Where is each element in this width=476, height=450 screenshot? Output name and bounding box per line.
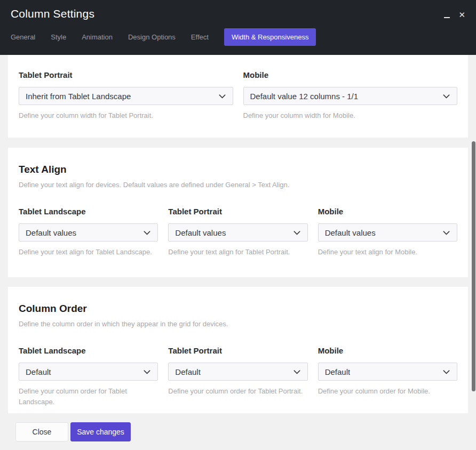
field-help: Define your column order for Tablet Port… [168,386,307,397]
field-help: Define your text align for Tablet Landsc… [19,247,158,258]
field-help: Define your text align for Mobile. [318,247,457,258]
order-mobile-select[interactable]: Default [318,363,457,381]
close-icon[interactable]: ✕ [458,11,465,19]
field-help: Define your column order for Tablet Land… [19,386,158,407]
field-textalign-tablet-portrait: Tablet Portrait Default values Define yo… [168,206,307,258]
chevron-down-icon [218,92,226,100]
textalign-tablet-portrait-select[interactable]: Default values [168,223,307,242]
scrollbar-thumb[interactable] [472,141,475,391]
chevron-down-icon [442,92,450,100]
tab-animation[interactable]: Animation [82,28,113,46]
select-value: Default values [325,228,376,237]
chevron-down-icon [293,229,301,237]
width-tablet-portrait-select[interactable]: Inherit from Tablet Landscape [19,87,233,105]
minimize-icon[interactable] [444,12,450,18]
width-mobile-select[interactable]: Default value 12 columns - 1/1 [243,87,458,105]
tab-general[interactable]: General [11,28,35,46]
field-label: Mobile [243,70,458,81]
chevron-down-icon [293,368,301,376]
fields-row: Tablet Landscape Default values Define y… [19,206,457,258]
field-label: Mobile [318,345,457,356]
field-label: Tablet Portrait [168,345,307,356]
tab-bar: General Style Animation Design Options E… [11,28,465,46]
textalign-tablet-landscape-select[interactable]: Default values [19,223,158,242]
field-label: Mobile [318,206,457,217]
order-tablet-landscape-select[interactable]: Default [19,363,158,381]
field-order-tablet-portrait: Tablet Portrait Default Define your colu… [168,345,307,407]
close-glyph: ✕ [458,11,465,19]
select-value: Default values [26,228,76,237]
field-textalign-mobile: Mobile Default values Define your text a… [318,206,457,258]
select-value: Inherit from Tablet Landscape [26,92,131,101]
section-column-width: Tablet Portrait Inherit from Tablet Land… [8,55,468,138]
chevron-down-icon [442,368,450,376]
select-value: Default [26,367,51,376]
section-title: Column Order [19,303,457,315]
field-label: Tablet Landscape [19,206,158,217]
field-help: Define your column width for Mobile. [243,110,458,121]
field-width-mobile: Mobile Default value 12 columns - 1/1 De… [243,70,458,121]
chevron-down-icon [442,229,450,237]
select-value: Default [175,367,201,376]
field-help: Define your column order for Mobile. [318,386,457,397]
close-button[interactable]: Close [15,422,68,441]
section-description: Define the column order in which they ap… [19,320,457,328]
select-value: Default [325,367,351,376]
fields-row: Tablet Portrait Inherit from Tablet Land… [19,70,457,121]
chevron-down-icon [143,229,151,237]
field-order-tablet-landscape: Tablet Landscape Default Define your col… [19,345,158,407]
section-title: Text Align [19,164,457,175]
section-description: Define your text align for devices. Defa… [19,181,457,189]
modal-footer: Close Save changes [8,413,468,441]
select-value: Default value 12 columns - 1/1 [250,92,359,101]
window-controls: ✕ [444,6,465,19]
tab-style[interactable]: Style [51,28,66,46]
field-order-mobile: Mobile Default Define your column order … [318,345,457,407]
tab-design-options[interactable]: Design Options [128,28,176,46]
tab-width-responsiveness[interactable]: Width & Responsiveness [224,28,316,46]
tab-effect[interactable]: Effect [191,28,209,46]
select-value: Default values [175,228,226,237]
field-width-tablet-portrait: Tablet Portrait Inherit from Tablet Land… [19,70,233,121]
textalign-mobile-select[interactable]: Default values [318,223,457,242]
field-label: Tablet Landscape [19,345,158,356]
order-tablet-portrait-select[interactable]: Default [168,363,307,381]
field-help: Define your text align for Tablet Portra… [168,247,307,258]
header-top: Column Settings ✕ [11,6,465,20]
fields-row: Tablet Landscape Default Define your col… [19,345,457,407]
field-help: Define your column width for Tablet Port… [19,110,233,121]
chevron-down-icon [143,368,151,376]
modal-body: Tablet Portrait Inherit from Tablet Land… [0,55,476,441]
modal-header: Column Settings ✕ General Style Animatio… [0,0,476,55]
section-text-align: Text Align Define your text align for de… [8,148,468,277]
column-settings-modal: Column Settings ✕ General Style Animatio… [0,0,476,450]
field-textalign-tablet-landscape: Tablet Landscape Default values Define y… [19,206,158,258]
field-label: Tablet Portrait [168,206,307,217]
field-label: Tablet Portrait [19,70,233,81]
modal-title: Column Settings [11,6,94,20]
section-column-order: Column Order Define the column order in … [8,287,468,413]
save-changes-button[interactable]: Save changes [70,422,131,441]
